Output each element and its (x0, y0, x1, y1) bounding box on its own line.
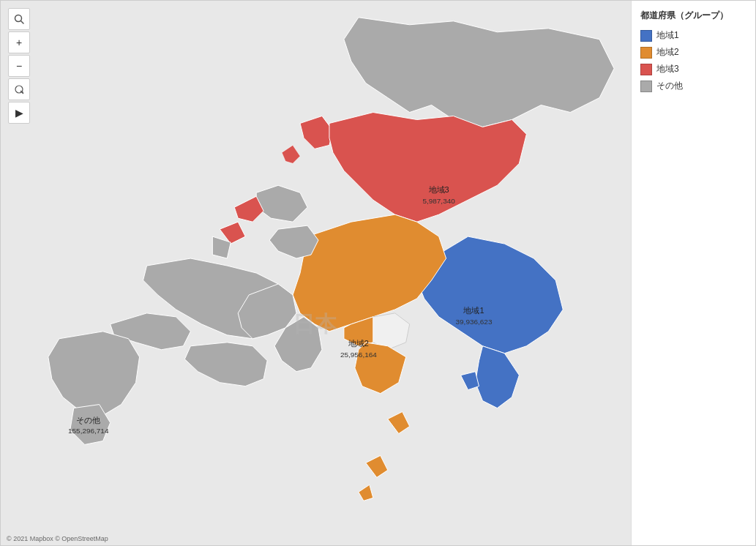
legend-color-chiiki2 (640, 47, 652, 59)
japan-watermark: 日本 (293, 312, 337, 336)
legend-label-sonota: その他 (656, 80, 683, 92)
attribution: © 2021 Mapbox © OpenStreetMap (7, 535, 108, 542)
legend-label-chiiki2: 地域2 (656, 46, 679, 59)
legend-label-chiiki3: 地域3 (656, 63, 679, 75)
zoom-out-button[interactable]: − (8, 55, 30, 77)
legend-item-chiiki2: 地域2 (640, 46, 746, 59)
svg-line-1 (21, 21, 24, 24)
play-button[interactable]: ▶ (8, 102, 30, 124)
toolbar: + − ▶ (8, 8, 30, 124)
legend-color-sonota (640, 81, 652, 92)
legend-color-chiiki3 (640, 64, 652, 75)
legend-label-chiiki1: 地域1 (656, 29, 679, 42)
search-button[interactable] (8, 8, 30, 30)
sidebar: 都道府県（グループ） 地域1 地域2 地域3 その他 (631, 1, 755, 545)
legend-title: 都道府県（グループ） (640, 10, 746, 22)
legend-color-chiiki1 (640, 30, 652, 42)
legend-item-chiiki1: 地域1 (640, 29, 746, 42)
reset-button[interactable] (8, 78, 30, 100)
map-container: + − ▶ (0, 0, 756, 546)
zoom-in-button[interactable]: + (8, 31, 30, 53)
legend-item-chiiki3: 地域3 (640, 63, 746, 75)
legend-item-sonota: その他 (640, 80, 746, 92)
map-area: + − ▶ (1, 1, 631, 545)
